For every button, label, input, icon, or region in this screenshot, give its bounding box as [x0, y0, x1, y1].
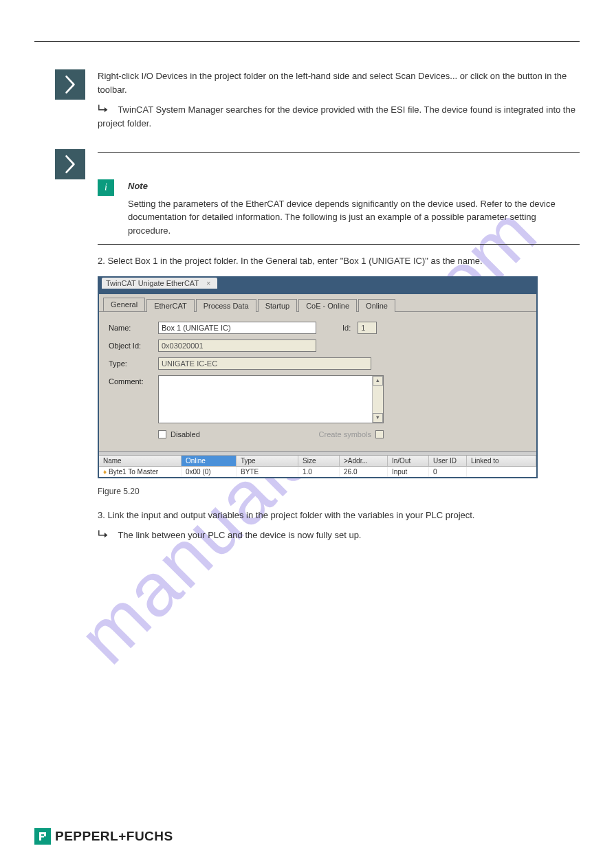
step-1-result: TwinCAT System Manager searches for the … — [98, 104, 575, 129]
col-linked[interactable]: Linked to — [467, 456, 536, 466]
scroll-up-icon[interactable]: ▴ — [373, 376, 383, 386]
create-symbols-checkbox: Create symbols — [319, 430, 384, 438]
id-field: 1 — [358, 322, 377, 334]
note-bottom-rule — [98, 244, 580, 245]
cell-addr: 26.0 — [340, 467, 388, 477]
step-2-result: The link between your PLC and the device… — [118, 530, 361, 540]
col-name[interactable]: Name — [99, 456, 182, 466]
result-arrow-icon — [98, 103, 110, 117]
col-type[interactable]: Type — [237, 456, 298, 466]
comment-field[interactable]: ▴ ▾ — [158, 375, 384, 423]
type-field: UNIGATE IC-EC — [158, 357, 371, 370]
tab-coe-online[interactable]: CoE - Online — [298, 299, 357, 312]
note-body: Setting the parameters of the EtherCAT d… — [128, 197, 580, 238]
result-arrow-icon — [98, 528, 110, 542]
tab-online[interactable]: Online — [358, 299, 395, 312]
top-rule — [34, 41, 580, 42]
name-field[interactable]: Box 1 (UNIGATE IC) — [158, 322, 316, 334]
tab-ethercat[interactable]: EtherCAT — [146, 299, 194, 312]
cell-size: 1.0 — [298, 467, 340, 477]
table-row[interactable]: ♦Byte1 To Master 0x00 (0) BYTE 1.0 26.0 … — [99, 467, 536, 477]
objectid-field: 0x03020001 — [158, 340, 316, 352]
step-1-icon — [55, 69, 85, 100]
tab-process-data[interactable]: Process Data — [196, 299, 256, 312]
name-label: Name: — [109, 322, 158, 332]
cell-linked — [467, 467, 536, 477]
brand-logo-icon — [34, 828, 51, 845]
figure-caption: Figure 5.20 — [98, 487, 580, 496]
col-size[interactable]: Size — [298, 456, 340, 466]
disabled-label: Disabled — [171, 430, 200, 438]
step-2-para1: 2. Select Box 1 in the project folder. I… — [98, 254, 580, 268]
footer: PEPPERL+FUCHS — [34, 828, 173, 845]
col-online[interactable]: Online — [182, 456, 237, 466]
note-title: Note — [128, 179, 580, 193]
info-icon: i — [98, 179, 114, 196]
scroll-down-icon[interactable]: ▾ — [373, 413, 383, 423]
tab-startup[interactable]: Startup — [258, 299, 297, 312]
create-symbols-label: Create symbols — [319, 430, 371, 438]
cell-name: Byte1 To Master — [109, 468, 158, 476]
close-icon[interactable]: × — [206, 279, 210, 287]
note-top-rule — [98, 152, 580, 153]
tab-strip: General EtherCAT Process Data Startup Co… — [99, 294, 536, 312]
col-inout[interactable]: In/Out — [388, 456, 429, 466]
id-label: Id: — [342, 322, 351, 332]
tab-general[interactable]: General — [103, 298, 145, 311]
dialog-window: TwinCAT Unigate EtherCAT × General Ether… — [98, 276, 538, 478]
step-2-icon — [55, 149, 85, 179]
cell-userid: 0 — [429, 467, 467, 477]
step-1-text: Right-click I/O Devices in the project f… — [98, 69, 580, 96]
comment-label: Comment: — [109, 375, 158, 386]
var-icon: ♦ — [103, 468, 107, 476]
dialog-titlebar: TwinCAT Unigate EtherCAT × — [102, 278, 217, 289]
disabled-checkbox[interactable]: Disabled — [158, 430, 200, 438]
svg-rect-2 — [39, 836, 44, 838]
cell-type: BYTE — [237, 467, 298, 477]
step-2-para2: 3. Link the input and output variables i… — [98, 509, 580, 522]
col-userid[interactable]: User ID — [429, 456, 467, 466]
objectid-label: Object Id: — [109, 340, 158, 350]
svg-rect-3 — [44, 832, 46, 836]
col-addr[interactable]: >Addr... — [340, 456, 388, 466]
cell-inout: Input — [388, 467, 429, 477]
brand-text: PEPPERL+FUCHS — [55, 829, 173, 844]
scrollbar[interactable]: ▴ ▾ — [372, 376, 383, 423]
grid-header: Name Online Type Size >Addr... In/Out Us… — [99, 455, 536, 467]
cell-online: 0x00 (0) — [182, 467, 237, 477]
type-label: Type: — [109, 357, 158, 368]
dialog-title-text: TwinCAT Unigate EtherCAT — [106, 279, 199, 287]
